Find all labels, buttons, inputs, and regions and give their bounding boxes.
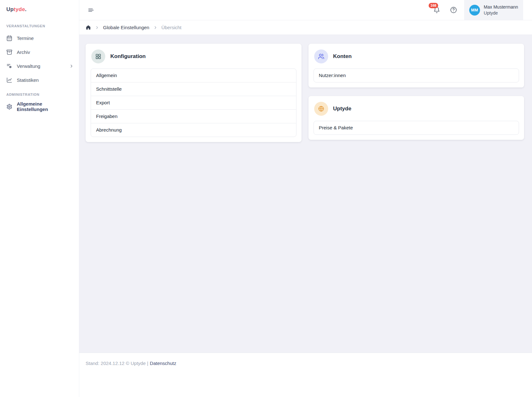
chevron-right-icon: [95, 26, 99, 29]
left-column: Konfiguration Allgemein Schnittstelle Ex…: [86, 44, 302, 142]
sidebar-item-label: Statistiken: [17, 77, 39, 83]
calendar-icon: [6, 35, 12, 41]
card-title: Konten: [333, 53, 352, 60]
menu-toggle-button[interactable]: [86, 5, 96, 16]
list-item-freigaben[interactable]: Freigaben: [91, 110, 296, 123]
card-title: Uptyde: [333, 106, 352, 112]
konten-card: Konten Nutzer:innen: [308, 44, 524, 88]
sidebar-item-allgemeine-einstellungen[interactable]: Allgemeine Einstellungen: [0, 100, 79, 114]
users-icon: [314, 49, 328, 63]
sidebar-item-verwaltung[interactable]: Verwaltung: [0, 59, 79, 73]
grid-icon: [91, 49, 105, 63]
uptyde-list: Preise & Pakete: [314, 121, 519, 135]
topbar-actions: 168 MM Max Mustermann Uptyde: [433, 0, 532, 20]
breadcrumb-item-globale-einstellungen[interactable]: Globale Einstellungen: [103, 25, 149, 30]
konfiguration-card: Konfiguration Allgemein Schnittstelle Ex…: [86, 44, 302, 142]
chevron-right-icon: [153, 26, 157, 29]
chart-line-icon: [6, 77, 12, 83]
topbar: 168 MM Max Mustermann Uptyde: [79, 0, 532, 20]
notification-badge: 168: [429, 3, 438, 8]
right-column: Konten Nutzer:innen Uptyde Preise & Pa: [308, 44, 524, 140]
sidebar-section-administration: ADMINISTRATION: [0, 93, 79, 96]
globe-icon: [314, 102, 328, 116]
user-company: Uptyde: [484, 10, 518, 16]
home-icon: [86, 25, 91, 30]
help-icon: [450, 6, 457, 14]
logo-text-dot: .: [25, 6, 27, 12]
card-header: Konfiguration: [91, 49, 296, 68]
logo-text-tyde: tyde: [14, 6, 25, 12]
list-item-export[interactable]: Export: [91, 96, 296, 110]
list-item-abrechnung[interactable]: Abrechnung: [91, 123, 296, 137]
list-item-schnittstelle[interactable]: Schnittstelle: [91, 82, 296, 96]
user-info: Max Mustermann Uptyde: [484, 4, 518, 16]
sidebar-item-label: Archiv: [17, 49, 30, 55]
gear-icon: [6, 104, 12, 110]
sidebar-item-statistiken[interactable]: Statistiken: [0, 73, 79, 87]
list-item-nutzer-innen[interactable]: Nutzer:innen: [314, 69, 519, 82]
chevron-right-icon: [69, 64, 74, 68]
card-header: Uptyde: [314, 101, 519, 121]
footer-text: Stand: 2024.12.12 © Uptyde |: [86, 361, 148, 366]
card-header: Konten: [314, 49, 519, 68]
card-title: Konfiguration: [110, 53, 146, 60]
user-name: Max Mustermann: [484, 4, 518, 10]
sidebar-item-label: Verwaltung: [17, 63, 40, 69]
list-item-allgemein[interactable]: Allgemein: [91, 69, 296, 82]
brand-logo[interactable]: Uptyde.: [0, 0, 79, 13]
sidebar-item-label: Termine: [17, 36, 34, 41]
konten-list: Nutzer:innen: [314, 68, 519, 82]
datenschutz-link[interactable]: Datenschutz: [150, 361, 176, 366]
breadcrumb-home[interactable]: [86, 25, 91, 30]
app-root: Uptyde. VERANSTALTUNGEN Termine Archiv: [0, 0, 532, 397]
hamburger-icon: [88, 7, 94, 14]
sidebar-section-veranstaltungen: VERANSTALTUNGEN: [0, 24, 79, 28]
sidebar: Uptyde. VERANSTALTUNGEN Termine Archiv: [0, 0, 79, 397]
archive-icon: [6, 49, 12, 55]
notifications-button[interactable]: 168: [433, 6, 440, 14]
content-area: Konfiguration Allgemein Schnittstelle Ex…: [79, 35, 532, 353]
sidebar-nav: Termine Archiv Verwaltung: [0, 31, 79, 87]
list-item-preise-pakete[interactable]: Preise & Pakete: [314, 121, 519, 134]
konfiguration-list: Allgemein Schnittstelle Export Freigaben…: [91, 68, 296, 137]
avatar: MM: [469, 5, 480, 16]
sidebar-item-termine[interactable]: Termine: [0, 31, 79, 45]
main-column: 168 MM Max Mustermann Uptyde: [79, 0, 532, 397]
help-button[interactable]: [450, 6, 457, 14]
logo-text-up: Up: [6, 6, 14, 12]
user-menu[interactable]: MM Max Mustermann Uptyde: [464, 0, 523, 20]
breadcrumb: Globale Einstellungen Übersicht: [79, 20, 532, 35]
sidebar-item-archiv[interactable]: Archiv: [0, 45, 79, 59]
breadcrumb-item-uebersicht: Übersicht: [161, 25, 181, 30]
list-settings-icon: [6, 63, 12, 69]
sidebar-item-label: Allgemeine Einstellungen: [17, 101, 74, 112]
uptyde-card: Uptyde Preise & Pakete: [308, 96, 524, 140]
footer: Stand: 2024.12.12 © Uptyde |Datenschutz: [79, 353, 532, 397]
